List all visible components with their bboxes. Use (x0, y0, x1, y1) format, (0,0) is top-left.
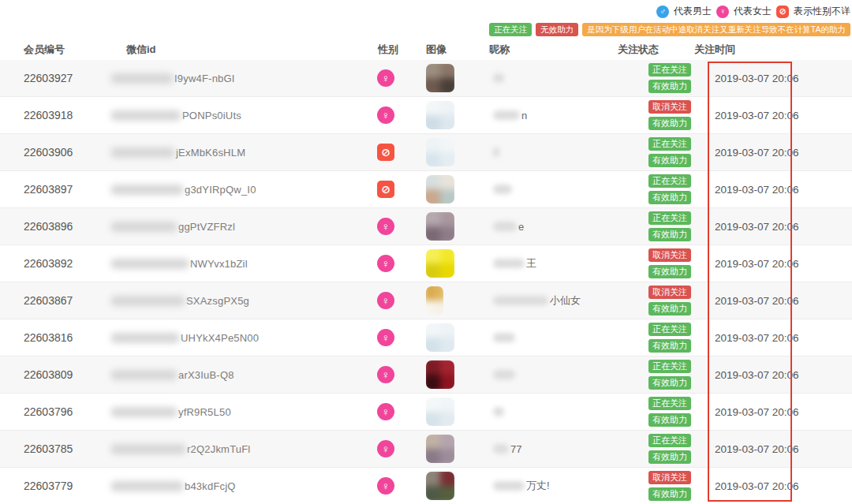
nickname-blur (493, 185, 512, 194)
follow-status-badge: 正在关注 (648, 434, 691, 447)
female-icon: ♀ (377, 106, 394, 124)
wechat-id-blur (110, 444, 186, 454)
nickname-blur (493, 110, 520, 120)
status-cell: 正在关注 有效助力 (648, 134, 691, 170)
status-cell: 取消关注 有效助力 (648, 97, 691, 133)
nickname-cell (493, 319, 517, 356)
female-icon: ♀ (377, 440, 394, 457)
nickname-blur (493, 444, 509, 454)
follow-time: 2019-03-07 20:06 (715, 394, 799, 430)
status-cell: 正在关注 有效助力 (648, 171, 691, 207)
wechat-id-suffix: r2Q2JkmTuFl (187, 443, 250, 455)
follow-time: 2019-03-07 20:06 (715, 357, 799, 393)
nickname-blur (493, 481, 525, 491)
header-gender: 性别 (378, 43, 398, 57)
wechat-id-blur (110, 481, 184, 491)
nickname-cell: n (493, 97, 527, 133)
follow-status-badge: 取消关注 (648, 248, 691, 262)
wechat-id-cell: ggPtVZFRzl (110, 208, 235, 245)
follow-status-badge: 正在关注 (648, 211, 691, 225)
nickname-blur (493, 73, 504, 83)
nickname-cell: 77 (493, 431, 521, 467)
wechat-id-blur (110, 222, 178, 232)
nickname-cell (493, 394, 506, 430)
assist-status-badge: 有效助力 (648, 376, 691, 390)
wechat-id-cell: r2Q2JkmTuFl (110, 431, 250, 467)
gender-cell: ♀ (376, 468, 395, 504)
follow-status-badge: 正在关注 (648, 174, 691, 188)
follow-time: 2019-03-07 20:06 (715, 468, 799, 504)
table-row: 22603809 arX3IuB-Q8 ♀ 正在关注 有效助力 2019-03-… (0, 357, 852, 394)
wechat-id-blur (110, 73, 174, 84)
wechat-id-cell: g3dYIRpQw_I0 (110, 171, 256, 207)
nickname-blur (493, 407, 504, 416)
gender-cell: ♀ (376, 97, 395, 133)
avatar (426, 360, 454, 389)
assist-status-badge: 有效助力 (648, 117, 691, 130)
gender-cell: ♀ (376, 431, 395, 467)
wechat-id-suffix: arX3IuB-Q8 (178, 369, 234, 381)
wechat-id-cell: yfR9R5L50 (110, 394, 231, 430)
male-legend-label: 代表男士 (674, 5, 712, 18)
avatar (426, 323, 454, 352)
nickname-blur (493, 147, 499, 157)
follow-status-badge: 正在关注 (648, 63, 691, 77)
follow-time: 2019-03-07 20:06 (715, 134, 799, 170)
status-cell: 正在关注 有效助力 (648, 319, 691, 356)
gender-cell: ⊘ (376, 134, 395, 170)
follow-time: 2019-03-07 20:06 (715, 319, 799, 356)
avatar-cell (426, 282, 443, 319)
wechat-id-cell: b43kdFcjQ (110, 468, 236, 504)
member-id: 22603816 (24, 319, 73, 356)
female-icon: ♀ (377, 69, 394, 87)
wechat-id-blur (110, 370, 178, 380)
follow-status-badge: 取消关注 (648, 286, 691, 299)
wechat-id-cell: PONPs0iUts (110, 97, 241, 133)
member-id: 22603897 (24, 171, 73, 207)
wechat-id-suffix: g3dYIRpQw_I0 (185, 184, 256, 196)
follow-time: 2019-03-07 20:06 (715, 208, 799, 245)
nickname-suffix: 万丈! (526, 479, 550, 493)
follow-status-badge: 取消关注 (648, 471, 691, 484)
gender-cell: ♀ (376, 394, 395, 430)
header-follow-time: 关注时间 (694, 43, 735, 57)
avatar (426, 138, 454, 166)
avatar (426, 175, 454, 203)
table-row: 22603867 SXAzsgPX5g ♀ 小仙女 取消关注 有效助力 2019… (0, 282, 852, 319)
table-row: 22603779 b43kdFcjQ ♀ 万丈! 取消关注 有效助力 2019-… (0, 468, 852, 504)
avatar (426, 435, 454, 463)
follow-time: 2019-03-07 20:06 (715, 97, 799, 133)
follow-status-badge: 正在关注 (648, 323, 691, 336)
wechat-id-suffix: UHYkX4Pe5N00 (181, 332, 259, 344)
member-id: 22603892 (24, 245, 73, 282)
status-cell: 正在关注 有效助力 (648, 208, 691, 245)
wechat-id-blur (110, 185, 184, 195)
member-id: 22603779 (24, 468, 73, 504)
wechat-id-suffix: b43kdFcjQ (185, 480, 236, 492)
female-icon: ♀ (377, 403, 394, 420)
table-row: 22603896 ggPtVZFRzl ♀ e 正在关注 有效助力 2019-0… (0, 208, 852, 245)
member-id: 22603927 (24, 60, 73, 96)
gender-cell: ♀ (376, 319, 395, 356)
wechat-id-blur (110, 407, 178, 417)
follow-status-badge: 正在关注 (648, 360, 691, 373)
table-body: 22603927 I9yw4F-nbGI ♀ 正在关注 有效助力 2019-03… (0, 60, 852, 504)
status-cell: 正在关注 有效助力 (648, 394, 691, 430)
wechat-id-blur (110, 147, 175, 158)
status-legend: 正在关注 无效助力 是因为下级用户在活动中途取消关注又重新关注导致不在计算TA的… (489, 23, 850, 36)
header-nickname: 昵称 (489, 43, 510, 57)
follow-time: 2019-03-07 20:06 (715, 60, 799, 96)
wechat-id-suffix: jExMbK6sHLM (176, 147, 245, 159)
wechat-id-blur (110, 259, 189, 269)
nickname-suffix: 王 (526, 256, 536, 271)
status-cell: 取消关注 有效助力 (648, 468, 691, 504)
table-row: 22603927 I9yw4F-nbGI ♀ 正在关注 有效助力 2019-03… (0, 60, 852, 97)
follow-status-badge: 取消关注 (648, 100, 691, 114)
gender-cell: ♀ (376, 208, 395, 245)
wechat-id-suffix: I9yw4F-nbGI (174, 73, 235, 84)
invalid-assist-legend-badge: 无效助力 (536, 23, 578, 36)
member-id: 22603785 (24, 431, 73, 467)
follow-time: 2019-03-07 20:06 (715, 431, 799, 467)
wechat-id-blur (110, 296, 185, 306)
assist-status-badge: 有效助力 (648, 154, 691, 167)
